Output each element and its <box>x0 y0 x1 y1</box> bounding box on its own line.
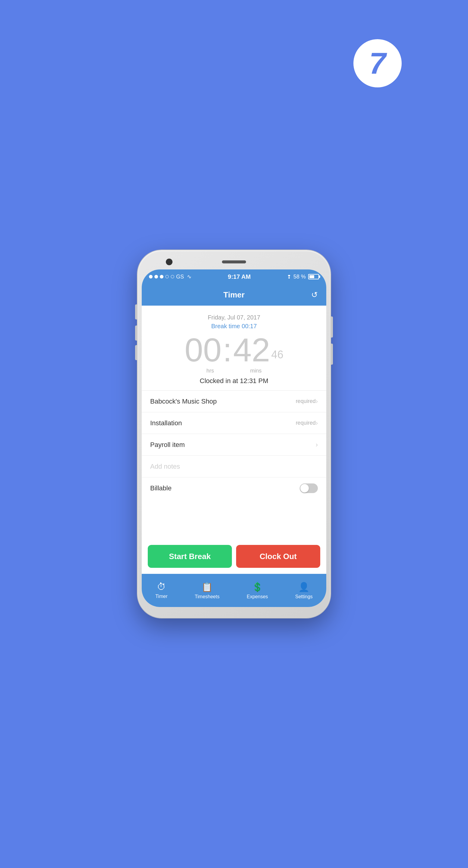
expenses-nav-icon: 💲 <box>252 582 263 592</box>
timer-section: Friday, Jul 07, 2017 Break time 00:17 00… <box>142 306 326 391</box>
location-field[interactable]: Babcock's Music Shop required › <box>142 391 326 412</box>
signal-dot-4 <box>165 275 169 278</box>
timer-break: Break time 00:17 <box>142 323 326 330</box>
logo-symbol: 7 <box>369 48 386 79</box>
wifi-icon: ∿ <box>187 273 192 280</box>
signal-dot-1 <box>149 275 153 278</box>
timesheets-nav-icon: 📋 <box>201 582 213 592</box>
payroll-chevron-icon: › <box>316 441 318 449</box>
action-buttons: Start Break Clock Out <box>142 539 326 574</box>
signal-dot-3 <box>160 275 164 278</box>
signal-dot-5 <box>171 275 174 278</box>
bluetooth-icon: ❢ <box>287 274 291 280</box>
form-fields: Babcock's Music Shop required › Installa… <box>142 391 326 539</box>
location-chevron-icon: › <box>316 398 318 405</box>
timer-nav-icon: ⏱ <box>157 582 166 592</box>
nav-expenses[interactable]: 💲 Expenses <box>247 582 268 599</box>
battery-icon <box>308 274 319 279</box>
service-field[interactable]: Installation required › <box>142 412 326 434</box>
label-hrs: hrs <box>206 368 214 374</box>
bottom-nav: ⏱ Timer 📋 Timesheets 💲 Expenses 👤 Settin… <box>142 574 326 607</box>
location-label: Babcock's Music Shop <box>150 398 293 405</box>
phone-top-bar <box>142 254 326 270</box>
nav-expenses-label: Expenses <box>247 594 268 599</box>
notes-field[interactable]: Add notes <box>142 456 326 477</box>
timer-minutes: 42 <box>233 333 270 367</box>
phone-screen: GS ∿ 9:17 AM ❢ 58 % Timer ↺ Friday, Jul … <box>142 270 326 607</box>
nav-timesheets-label: Timesheets <box>195 594 220 599</box>
nav-timer-label: Timer <box>155 594 167 599</box>
timer-clocked-in: Clocked in at 12:31 PM <box>142 377 326 385</box>
payroll-label: Payroll item <box>150 441 316 449</box>
billable-toggle[interactable] <box>300 484 318 493</box>
battery-percent: 58 % <box>293 274 306 280</box>
refresh-button[interactable]: ↺ <box>311 290 318 300</box>
label-mins: mins <box>250 368 262 374</box>
timer-display: 00 : 42 46 <box>142 333 326 367</box>
app-content: Friday, Jul 07, 2017 Break time 00:17 00… <box>142 306 326 574</box>
timer-date: Friday, Jul 07, 2017 <box>142 314 326 321</box>
phone-camera <box>166 258 173 265</box>
billable-label: Billable <box>150 484 300 492</box>
timer-labels: hrs mins <box>142 368 326 374</box>
nav-timesheets[interactable]: 📋 Timesheets <box>195 582 220 599</box>
timer-colon: : <box>223 333 232 367</box>
app-header: Timer ↺ <box>142 284 326 306</box>
payroll-field[interactable]: Payroll item › <box>142 434 326 456</box>
status-left: GS ∿ <box>149 273 192 280</box>
location-required-tag: required <box>296 398 316 404</box>
status-bar: GS ∿ 9:17 AM ❢ 58 % <box>142 270 326 284</box>
service-chevron-icon: › <box>316 419 318 427</box>
nav-settings-label: Settings <box>295 594 313 599</box>
clock-out-button[interactable]: Clock Out <box>236 545 320 568</box>
carrier-text: GS <box>176 274 184 280</box>
service-label: Installation <box>150 419 293 427</box>
notes-placeholder: Add notes <box>150 463 180 470</box>
nav-timer[interactable]: ⏱ Timer <box>155 582 167 599</box>
app-logo: 7 <box>353 39 402 87</box>
phone-speaker <box>222 260 246 264</box>
battery-fill <box>310 275 314 278</box>
app-title: Timer <box>224 290 244 300</box>
signal-dot-2 <box>154 275 158 278</box>
start-break-button[interactable]: Start Break <box>148 545 232 568</box>
service-required-tag: required <box>296 420 316 426</box>
timer-seconds: 46 <box>271 348 284 361</box>
status-right: ❢ 58 % <box>287 274 319 280</box>
status-time: 9:17 AM <box>228 273 251 280</box>
timer-hours: 00 <box>184 333 221 367</box>
billable-field: Billable <box>142 477 326 499</box>
nav-settings[interactable]: 👤 Settings <box>295 582 313 599</box>
settings-nav-icon: 👤 <box>298 582 310 592</box>
phone-device: GS ∿ 9:17 AM ❢ 58 % Timer ↺ Friday, Jul … <box>138 250 330 618</box>
